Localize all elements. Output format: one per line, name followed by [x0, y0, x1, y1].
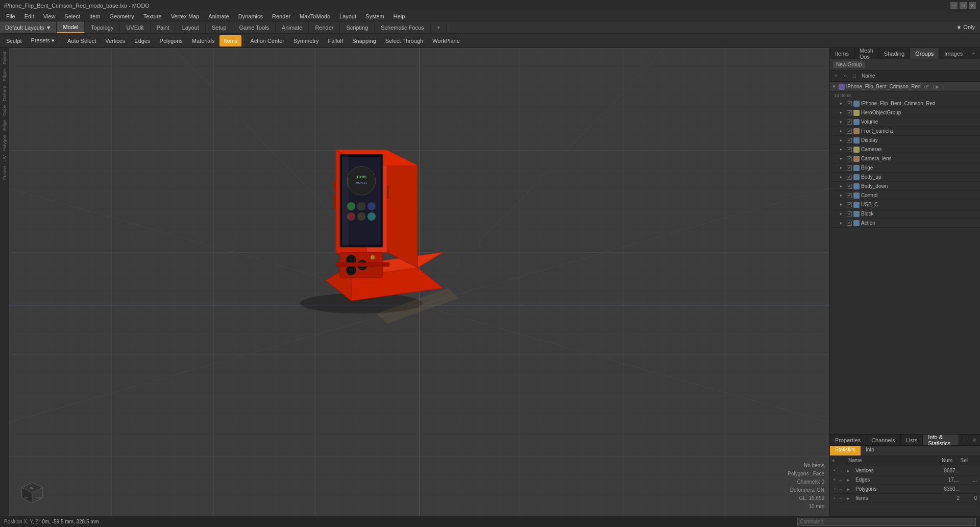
add-panel-tab[interactable]: + — [968, 48, 978, 59]
materials-btn[interactable]: Materials — [188, 35, 219, 46]
items-btn[interactable]: Items — [219, 35, 241, 46]
tree-item-checkbox[interactable] — [847, 184, 852, 189]
eye-tree-icon[interactable]: ○ — [841, 72, 849, 80]
tree-item-checkbox[interactable] — [847, 193, 852, 198]
stats-row-arrow[interactable]: ▸ — [847, 468, 853, 473]
sidebar-item-fusion[interactable]: Fusion — [2, 164, 8, 181]
panel-tab-groups[interactable]: Groups — [910, 48, 939, 59]
tree-item[interactable]: ▸Front_camera — [830, 127, 980, 136]
info-tab[interactable]: Info — [861, 446, 879, 456]
bottom-tab-channels[interactable]: Channels — [866, 435, 900, 445]
stats-expand[interactable]: + — [833, 477, 837, 482]
select-through-btn[interactable]: Select Through — [381, 35, 427, 46]
restore-button[interactable]: □ — [960, 2, 967, 9]
command-input[interactable] — [797, 518, 976, 526]
layout-tab-setup[interactable]: Setup — [206, 21, 233, 33]
stats-row-arrow[interactable]: ▸ — [847, 477, 853, 483]
snapping-btn[interactable]: Snapping — [348, 35, 380, 46]
tree-item[interactable]: ▸Body_up — [830, 173, 980, 182]
layout-tab-render[interactable]: Render — [309, 21, 340, 33]
vertices-btn[interactable]: Vertices — [101, 35, 129, 46]
tree-item-checkbox[interactable] — [847, 156, 852, 161]
only-button[interactable]: ★ Only — [951, 22, 980, 32]
menu-item-render[interactable]: Render — [268, 12, 295, 20]
tree-item-checkbox[interactable] — [847, 211, 852, 217]
tree-item[interactable]: ▸HeroObjectGroup — [830, 108, 980, 117]
menu-item-view[interactable]: View — [39, 12, 60, 20]
menu-item-animate[interactable]: Animate — [204, 12, 233, 20]
sidebar-item-polygon[interactable]: Polygon — [2, 133, 8, 153]
menu-item-texture[interactable]: Texture — [139, 12, 166, 20]
tree-root-item[interactable]: ▼ iPhone_Flip_Bent_Crimson_Red (E...) ▶ … — [830, 82, 980, 92]
layout-tab-game-tools[interactable]: Game Tools — [233, 21, 276, 33]
lock-tree-icon[interactable]: □ — [850, 72, 859, 80]
add-tree-icon[interactable]: + — [832, 72, 840, 80]
falloff-btn[interactable]: Falloff — [324, 35, 348, 46]
tree-item[interactable]: ▸Control — [830, 191, 980, 200]
menu-item-item[interactable]: Item — [85, 12, 104, 20]
tree-item[interactable]: ▸Body_down — [830, 182, 980, 191]
close-bottom-panel-button[interactable]: ✕ — [969, 435, 980, 445]
navigation-cube[interactable]: Top Left Front — [19, 480, 45, 506]
tree-item[interactable]: ▸Camera_lens — [830, 154, 980, 163]
bottom-tab-lists[interactable]: Lists — [901, 435, 923, 445]
tree-item[interactable]: ▸Block — [830, 209, 980, 219]
stats-row-arrow[interactable]: ▸ — [847, 496, 853, 501]
edges-btn[interactable]: Edges — [130, 35, 154, 46]
stats-row-toggle[interactable]: − — [839, 468, 845, 473]
sidebar-item-edges[interactable]: Edges — [2, 67, 8, 83]
tree-item[interactable]: ▸USB_C — [830, 200, 980, 209]
sidebar-item-dupe[interactable]: Dupe — [2, 103, 8, 117]
stats-row[interactable]: + − ▸ Polygons 8350... — [831, 485, 979, 494]
menu-item-select[interactable]: Select — [60, 12, 84, 20]
tree-item-checkbox[interactable] — [847, 138, 852, 143]
tree-item-checkbox[interactable] — [847, 221, 852, 226]
default-layouts-dropdown[interactable]: Default Layouts ▼ — [0, 21, 57, 33]
sidebar-item-select[interactable]: Select — [2, 50, 8, 66]
menu-item-maxtomodo[interactable]: MaxToModo — [296, 12, 334, 20]
new-group-button[interactable]: New Group — [833, 61, 865, 68]
tree-item-checkbox[interactable] — [847, 101, 852, 106]
stats-expand[interactable]: + — [833, 496, 837, 500]
panel-tab-images[interactable]: Images — [939, 48, 968, 59]
layout-tab-model[interactable]: Model — [57, 21, 85, 33]
menu-item-layout[interactable]: Layout — [335, 12, 360, 20]
layout-tab-topology[interactable]: Topology — [85, 21, 120, 33]
sidebar-item-uv[interactable]: UV — [2, 154, 8, 163]
layout-tab-uvedit[interactable]: UVEdit — [120, 21, 150, 33]
sidebar-item-edge[interactable]: Edge — [2, 118, 8, 132]
stats-row[interactable]: + − ▸ Edges 17,... ... — [831, 475, 979, 485]
layout-tab-layout[interactable]: Layout — [176, 21, 206, 33]
add-layout-tab[interactable]: + — [431, 21, 447, 33]
close-panel-button[interactable]: ✕ — [978, 48, 980, 59]
menu-item-file[interactable]: File — [2, 12, 19, 20]
menu-item-system[interactable]: System — [361, 12, 388, 20]
bottom-tab-properties[interactable]: Properties — [830, 435, 866, 445]
auto-select-btn[interactable]: Auto Select — [63, 35, 100, 46]
layout-tab-schematic-focus[interactable]: Schematic Focus — [375, 21, 430, 33]
symmetry-btn[interactable]: Symmetry — [289, 35, 323, 46]
statistics-tab[interactable]: Statistics — [830, 446, 861, 456]
tree-item[interactable]: ▸Action — [830, 219, 980, 228]
presets-btn[interactable]: Presets ▾ — [27, 35, 59, 46]
tree-item[interactable]: ▸Volume — [830, 117, 980, 127]
viewport-3d[interactable]: Perspective Advanced Ray GL: Off ⊞ ↺ ⊕ 🔍… — [9, 48, 829, 516]
sculpt-btn[interactable]: Sculpt — [2, 35, 26, 46]
menu-item-dynamics[interactable]: Dynamics — [234, 12, 267, 20]
add-bottom-tab[interactable]: + — [959, 435, 969, 445]
stats-row-toggle[interactable]: − — [839, 477, 845, 483]
tree-item-checkbox[interactable] — [847, 165, 852, 171]
stats-expand[interactable]: + — [833, 468, 837, 473]
panel-tab-shading[interactable]: Shading — [879, 48, 910, 59]
tree-item-checkbox[interactable] — [847, 119, 852, 125]
action-center-btn[interactable]: Action Center — [246, 35, 288, 46]
layout-tab-animate[interactable]: Animate — [276, 21, 309, 33]
stats-row-toggle[interactable]: − — [839, 496, 845, 501]
tree-item[interactable]: ▸Cameras — [830, 145, 980, 154]
stats-row-toggle[interactable]: − — [839, 487, 845, 492]
panel-tab-mesh-ops[interactable]: Mesh Ops — [854, 48, 879, 59]
layout-tab-paint[interactable]: Paint — [151, 21, 176, 33]
tree-item[interactable]: ▸Brige — [830, 163, 980, 173]
menu-item-geometry[interactable]: Geometry — [105, 12, 138, 20]
tree-item-checkbox[interactable] — [847, 202, 852, 207]
